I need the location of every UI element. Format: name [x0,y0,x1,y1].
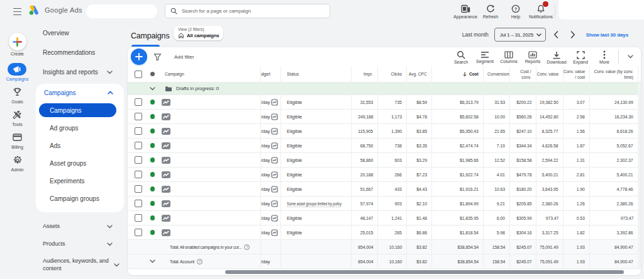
row-checkbox[interactable] [135,127,142,135]
status-cell[interactable]: Some asset groups limited by policy [287,201,341,207]
cost-cell: $2,474.74 [460,143,479,149]
help-circle-icon[interactable]: ? [244,244,250,250]
subnav-item-label: Ad groups [50,125,79,132]
drafts-row[interactable]: Drafts in progress: 0 [128,83,641,95]
row-checkbox[interactable] [135,171,142,178]
toolbar-download-button[interactable]: Download [545,50,569,64]
campaign-row[interactable]: /day Eligible 51,667433$4.43$1,916.2110.… [128,182,641,196]
col-impr[interactable]: Impr. [351,66,377,82]
col-campaign[interactable]: Campaign [162,66,260,82]
topbar-action-refresh[interactable]: Refresh [478,0,503,23]
subnav-item-campaigns[interactable]: Campaigns [39,103,116,117]
topbar-action-help[interactable]: ?Help [503,0,528,23]
col-budget[interactable]: Budget [260,66,280,82]
campaign-row[interactable]: /day Eligible 48,1471,241$1.48$1,835.956… [128,211,641,225]
toolbar-segment-button[interactable]: Segment [473,50,497,64]
row-checkbox[interactable] [135,185,142,193]
rail-item-admin[interactable]: Admin [8,154,27,172]
toolbar-more-button[interactable]: More [592,49,616,64]
view-filters-label: View (2 filters) [178,27,219,31]
subnav-item-overview[interactable]: Overview [35,23,126,43]
subnav-item-assets[interactable]: Assets [35,218,126,236]
subnav-item-experiments[interactable]: Experiments [36,172,124,190]
row-checkbox[interactable] [135,113,142,120]
help-circle-icon[interactable]: ? [197,259,203,265]
campaign-row[interactable]: /day Eligible 31,553735$8.59$6,313.7931.… [128,95,641,110]
campaign-row[interactable]: /day Eligible 20,188266$7.23$1,922.744.0… [128,168,641,182]
horizontal-scrollbar-thumb[interactable] [225,270,624,274]
col-conv-value-time[interactable]: Conv. value (by conv. time) [589,66,638,82]
subnav-item-audiences-keywords-and-content[interactable]: Audiences, keywords, and content [35,253,126,277]
subnav-item-campaign-groups[interactable]: Campaign groups [36,190,124,207]
add-filter-button[interactable]: Add filter [174,54,194,60]
campaign-row[interactable]: /day Eligible 115,9051,390$3.85$5,350.43… [128,124,641,139]
budget-suffix: /day [261,172,270,178]
col-clicks[interactable]: Clicks [377,66,406,82]
subnav-item-insights-and-reports[interactable]: Insights and reports [35,62,126,82]
col-conv-value-cost[interactable]: Conv. value / cost [563,66,589,82]
row-checkbox[interactable] [135,214,142,222]
conv_value_time-cell: 4,778.46 [617,186,633,192]
topbar-action-label: Notifications [529,14,553,19]
campaign-row[interactable]: /day Eligible 249,1881,173$4.78$5,602.58… [128,110,641,124]
subnav-item-ad-groups[interactable]: Ad groups [36,119,124,137]
row-checkbox[interactable] [135,98,142,106]
impr-cell: 68,750 [360,143,373,149]
col-cost[interactable]: Cost [431,66,483,82]
rail-item-tools[interactable]: Tools [8,108,27,127]
campaign-row[interactable]: /day Eligible 25,015265$6.86$1,818.545.9… [128,225,641,240]
rail-item-goals[interactable]: Goals [8,86,27,104]
topbar-action-appearance[interactable]: Appearance [453,0,478,23]
campaign-row[interactable]: /day Eligible 58,860603$3.29$1,985.6612.… [128,153,641,168]
toolbar-reports-button[interactable]: Reports [521,50,545,64]
col-conv-value[interactable]: Conv. value [536,66,563,82]
main-menu-icon[interactable] [13,8,21,15]
expand-account-chevron[interactable] [150,259,155,263]
rail-pill [8,86,27,98]
global-search[interactable]: Search for a page or campaign [165,4,330,18]
account-selector[interactable] [86,4,157,18]
cost-cell: $1,922.74 [460,172,479,178]
row-checkbox[interactable] [135,229,142,236]
topbar-action-notifications[interactable]: Notifications [528,0,553,23]
cost-total: $38,854.54 [458,244,479,250]
prev-period-button[interactable] [549,27,563,42]
select-all-checkbox[interactable] [135,71,142,78]
filter-icon[interactable] [152,51,163,62]
view-selector[interactable]: View (2 filters) All campaigns [174,26,223,40]
col-conversions[interactable]: Conversions [483,66,509,82]
conv_value_cost-total: 1.93 [577,244,585,250]
col-cost-conv[interactable]: Cost / conv. [509,66,536,82]
show-last-30-days-link[interactable]: Show last 30 days [586,32,628,38]
toolbar-button-label: Download [547,60,566,64]
subnav-item-asset-groups[interactable]: Asset groups [36,154,124,172]
next-period-button[interactable] [566,27,580,42]
subnav-section-campaigns[interactable]: Campaigns [36,84,124,101]
date-range-picker[interactable]: Jul 1 – 31, 2025 [494,28,546,42]
row-checkbox[interactable] [135,156,142,164]
subnav-item-recommendations[interactable]: Recommendations [35,43,126,62]
conv_value_cost-cell: 1.82 [577,230,585,236]
toolbar-columns-button[interactable]: Columns [497,50,521,64]
col-avg-cpc[interactable]: Avg. CPC [406,66,431,82]
toolbar-search-button[interactable]: Search [449,49,473,64]
rail-item-campaigns[interactable]: Campaigns [6,63,28,81]
vertical-scrollbar[interactable] [638,83,641,269]
collapse-toolbar-button[interactable] [622,48,638,65]
row-checkbox[interactable] [135,142,142,149]
subnav-item-ads[interactable]: Ads [36,137,124,154]
new-campaign-button[interactable] [131,48,147,65]
row-checkbox[interactable] [135,200,142,207]
col-status[interactable]: Status [280,66,351,82]
conv_value_cost-total: 1.93 [577,259,585,265]
conversions-cell: 10.63 [494,186,505,192]
appearance-icon [461,4,470,13]
subnav-item-products[interactable]: Products [35,236,126,253]
campaign-row[interactable]: /day Some asset groups limited by policy… [128,196,641,211]
more-icon [603,50,606,59]
rail-item-billing[interactable]: Billing [8,131,27,149]
toolbar-expand-button[interactable]: Expand [569,50,592,64]
campaign-row[interactable]: /day Eligible 68,750738$3.35$2,474.747.1… [128,139,641,153]
rail-item-create[interactable]: Create [9,33,26,56]
budget-suffix: /day [261,215,270,221]
